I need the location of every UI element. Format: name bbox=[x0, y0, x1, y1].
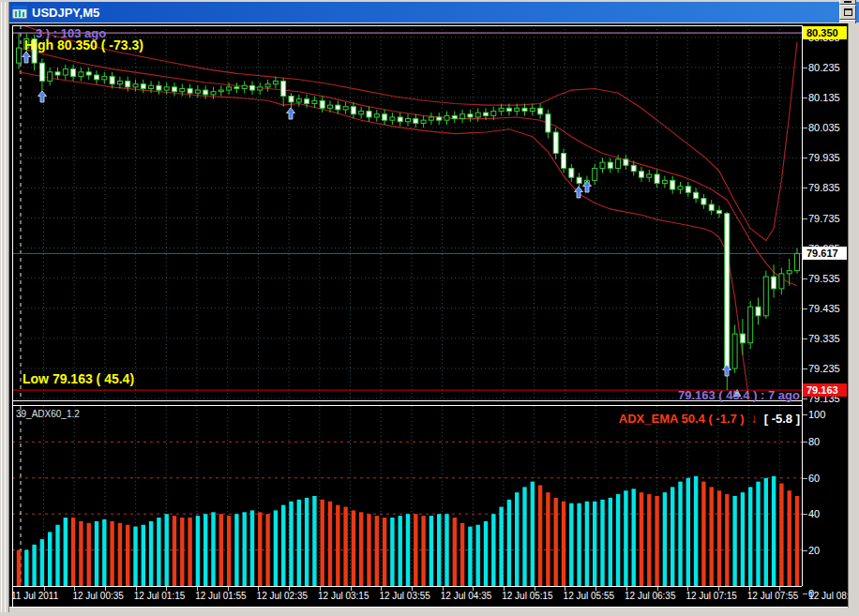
window-left-gutter bbox=[0, 0, 9, 616]
adx-extra-value: [ -5.8 ] bbox=[764, 412, 800, 426]
window-bottom-border bbox=[9, 608, 859, 616]
pane-divider[interactable] bbox=[12, 405, 802, 406]
minimize-icon bbox=[844, 1, 851, 3]
adx-down-arrow-icon: ↓ bbox=[751, 411, 758, 426]
price-chart-pane[interactable] bbox=[12, 25, 802, 400]
application-window: USDJPY,M5 ✕ 80.33580.23580.13580.03579.9… bbox=[0, 0, 859, 616]
high-label: High 80.350 ( -73.3) bbox=[24, 38, 143, 53]
low-price-tag: 79.163 bbox=[803, 383, 847, 397]
up-arrow-icon bbox=[287, 108, 295, 119]
adx-status-text: ADX_EMA 50.4 ( -1.7 ) bbox=[619, 412, 745, 426]
up-arrow-icon bbox=[23, 52, 31, 63]
adx-status: ADX_EMA 50.4 ( -1.7 ) ↓ [ -5.8 ] bbox=[619, 411, 800, 426]
axis-separator bbox=[802, 25, 803, 586]
low-label: Low 79.163 ( 45.4) bbox=[23, 371, 134, 386]
chart-icon bbox=[12, 6, 27, 19]
indicator-name-label: 39_ADX60_1.2 bbox=[16, 409, 80, 419]
window-title: USDJPY,M5 bbox=[32, 6, 837, 20]
window-right-border bbox=[848, 23, 859, 616]
indicator-pane-bottom bbox=[12, 586, 802, 587]
up-arrow-icon bbox=[583, 181, 592, 192]
adx-indicator-pane[interactable] bbox=[12, 406, 802, 586]
titlebar[interactable]: USDJPY,M5 ✕ bbox=[9, 2, 859, 23]
maximize-icon bbox=[844, 8, 852, 16]
up-arrow-icon bbox=[38, 91, 47, 102]
pane-border-left bbox=[12, 25, 13, 608]
current-price-tag: 79.617 bbox=[803, 247, 847, 260]
maximize-button[interactable] bbox=[839, 5, 856, 20]
pane-border-top bbox=[12, 25, 802, 26]
low-ago-label: 79.163 ( 45.4 ) : 7 ago bbox=[678, 388, 800, 402]
high-price-tag: 80.350 bbox=[803, 26, 847, 39]
